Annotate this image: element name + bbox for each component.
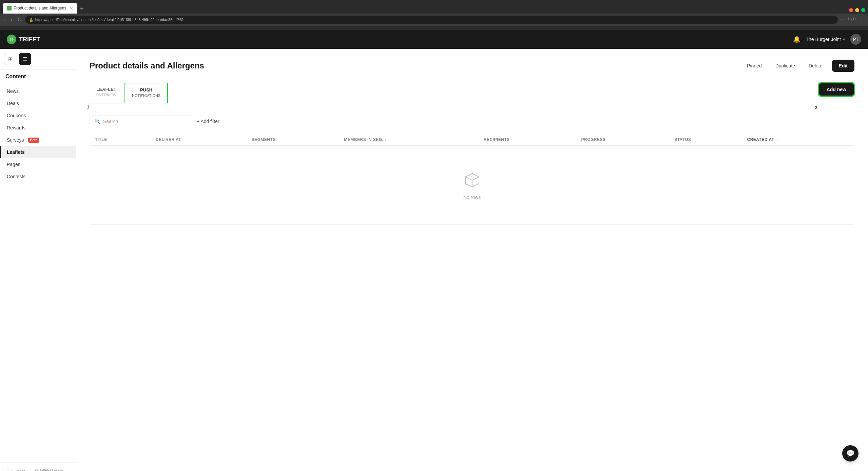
sidebar: ⊞ ☰ Content News Deals Coupons Rewards S… — [0, 49, 76, 471]
sidebar-item-label-rewards: Rewards — [7, 125, 25, 130]
chevron-down-icon: ▾ — [843, 37, 845, 42]
sidebar-footer: ‹ Made with ♥ by TRIFFT Loyalty Platform — [0, 463, 76, 471]
by-text: by TRIFFT Loyalty Platform — [35, 468, 69, 471]
empty-state-text: No rows — [463, 194, 481, 200]
window-maximize-button[interactable] — [861, 8, 865, 12]
sidebar-collapse-button[interactable]: ‹ — [7, 469, 14, 471]
active-browser-tab[interactable]: Product details and Allergens ✕ — [3, 3, 77, 14]
address-bar[interactable]: 🔒 https://app.trifft.io/caotokiy/content… — [25, 16, 838, 24]
notifications-bell-icon[interactable]: 🔔 — [793, 36, 801, 43]
logo-text: TRIFFT — [19, 36, 40, 43]
sidebar-item-news[interactable]: News — [0, 85, 76, 97]
data-table: TITLE DELIVER AT SEGMENTS MEMBERS IN SEG… — [90, 134, 854, 225]
sidebar-item-label-news: News — [7, 88, 19, 94]
sidebar-item-label-contests: Contests — [7, 174, 25, 179]
chat-support-button[interactable]: 💬 — [842, 445, 859, 462]
tabs-row: LEAFLET OVERVIEW 1 PUSH NOTIFICATIONS Ad… — [90, 83, 854, 103]
url-bar-row: ‹ › ↻ 🔒 https://app.trifft.io/caotokiy/c… — [0, 14, 868, 26]
tab-leaflet-overview[interactable]: LEAFLET OVERVIEW 1 — [90, 83, 123, 103]
sidebar-grid-icon-button[interactable]: ⊞ — [4, 53, 16, 65]
extensions-icon[interactable]: ⋮ — [861, 17, 865, 22]
search-box: 🔍 — [90, 116, 191, 127]
browser-toolbar-icons: ☆ 150% ⋮ — [840, 17, 865, 22]
sidebar-icon-area: ⊞ ☰ — [0, 49, 76, 69]
tab-underline — [90, 103, 123, 103]
sidebar-item-label-coupons: Coupons — [7, 113, 26, 118]
col-members-in-seg[interactable]: MEMBERS IN SEG... — [339, 134, 478, 146]
tab-close-icon[interactable]: ✕ — [70, 6, 73, 11]
sidebar-item-surveys[interactable]: Surveys Beta — [0, 134, 76, 146]
avatar-initials: PT — [853, 37, 858, 42]
beta-badge: Beta — [28, 138, 40, 143]
new-tab-button[interactable]: + — [77, 5, 86, 12]
sidebar-section-title: Content — [0, 69, 76, 82]
sidebar-item-deals[interactable]: Deals — [0, 97, 76, 109]
sidebar-item-contests[interactable]: Contests — [0, 170, 76, 183]
browser-tab-bar: Product details and Allergens ✕ + — [0, 0, 868, 14]
zoom-level: 150% — [848, 17, 857, 22]
window-close-button[interactable] — [849, 8, 853, 12]
page-header: Product details and Allergens Pinned Dup… — [90, 60, 854, 72]
col-segments[interactable]: SEGMENTS — [246, 134, 339, 146]
lock-icon: 🔒 — [29, 18, 33, 22]
pinned-button[interactable]: Pinned — [743, 60, 766, 71]
table-header: TITLE DELIVER AT SEGMENTS MEMBERS IN SEG… — [90, 134, 854, 146]
duplicate-button[interactable]: Duplicate — [771, 60, 799, 71]
search-input[interactable] — [103, 119, 171, 124]
org-selector[interactable]: The Burger Joint ▾ — [806, 37, 845, 42]
col-status[interactable]: STATUS — [669, 134, 741, 146]
sidebar-item-coupons[interactable]: Coupons — [0, 109, 76, 122]
add-filter-button[interactable]: + Add filter — [197, 119, 219, 124]
logo: ◎ TRIFFT — [7, 35, 40, 44]
tab-leaflet-main-label: LEAFLET — [96, 87, 116, 93]
page-title: Product details and Allergens — [90, 61, 204, 70]
sidebar-item-pages[interactable]: Pages — [0, 158, 76, 170]
bookmark-icon[interactable]: ☆ — [840, 17, 844, 22]
sidebar-navigation: News Deals Coupons Rewards Surveys Beta — [0, 82, 76, 463]
col-progress[interactable]: PROGRESS — [576, 134, 669, 146]
col-title[interactable]: TITLE — [90, 134, 150, 146]
window-minimize-button[interactable] — [855, 8, 859, 12]
step-2-label: 2 — [815, 105, 817, 110]
tab-push-main-label: PUSH — [132, 87, 160, 93]
sidebar-item-label-pages: Pages — [7, 162, 20, 167]
top-navigation: ◎ TRIFFT 🔔 The Burger Joint ▾ PT — [0, 30, 868, 49]
refresh-button[interactable]: ↻ — [16, 15, 23, 24]
delete-button[interactable]: Delete — [805, 60, 826, 71]
tab-leaflet-sub-label: OVERVIEW — [96, 93, 116, 97]
logo-icon: ◎ — [7, 35, 16, 44]
table-body: No rows — [90, 146, 854, 225]
edit-button[interactable]: Edit — [832, 60, 854, 72]
header-actions: Pinned Duplicate Delete Edit — [743, 60, 854, 72]
sidebar-list-icon-button[interactable]: ☰ — [19, 53, 31, 65]
col-recipients[interactable]: RECIPIENTS — [478, 134, 576, 146]
empty-state-cell: No rows — [90, 146, 854, 225]
sort-icon: ↓ — [777, 138, 779, 142]
sidebar-item-label-surveys: Surveys — [7, 137, 24, 143]
sidebar-item-leaflets[interactable]: Leaflets — [0, 146, 76, 158]
chat-icon: 💬 — [846, 449, 855, 457]
tab-title: Product details and Allergens — [14, 6, 67, 11]
content-area: Product details and Allergens Pinned Dup… — [76, 49, 868, 471]
col-deliver-at[interactable]: DELIVER AT — [150, 134, 246, 146]
empty-state: No rows — [95, 150, 849, 220]
search-icon: 🔍 — [95, 119, 100, 124]
org-name: The Burger Joint — [806, 37, 841, 42]
tab-push-sub-label: NOTIFICATIONS — [132, 93, 160, 98]
sidebar-item-label-leaflets: Leaflets — [7, 149, 25, 155]
forward-button[interactable]: › — [9, 15, 14, 24]
made-with-text: Made with ♥ by TRIFFT Loyalty Platform — [16, 468, 69, 471]
add-new-container: Add new 2 — [818, 83, 854, 103]
nav-right-area: 🔔 The Burger Joint ▾ PT — [793, 34, 862, 45]
sidebar-item-label-deals: Deals — [7, 101, 19, 106]
back-button[interactable]: ‹ — [3, 15, 7, 24]
tab-push-notifications[interactable]: PUSH NOTIFICATIONS — [124, 83, 168, 103]
avatar[interactable]: PT — [850, 34, 861, 45]
url-text: https://app.trifft.io/caotokiy/content/l… — [35, 18, 183, 22]
col-created-at[interactable]: CREATED AT ↓ — [741, 134, 854, 146]
made-with-label: Made with — [16, 469, 30, 471]
empty-box-icon — [462, 170, 482, 190]
add-new-button[interactable]: Add new — [818, 83, 854, 96]
sidebar-item-rewards[interactable]: Rewards — [0, 122, 76, 134]
table-toolbar: 🔍 + Add filter — [90, 116, 854, 127]
